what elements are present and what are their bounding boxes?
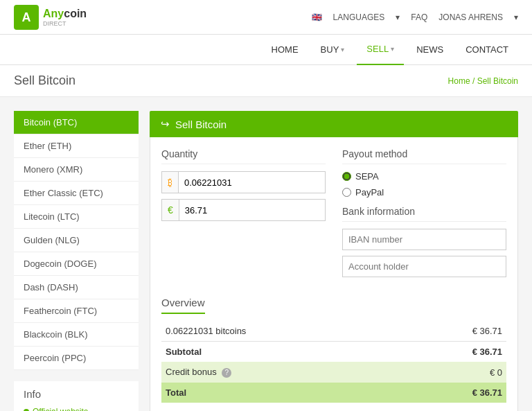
credit-info-icon[interactable]: ?: [222, 368, 231, 378]
sidebar-item-dash[interactable]: Dash (DASH): [14, 276, 139, 299]
logo: A Anycoin DIRECT: [14, 5, 87, 30]
sepa-radio-group: SEPA: [342, 171, 506, 182]
sidebar-item-gulden[interactable]: Gulden (NLG): [14, 229, 139, 252]
account-holder-input[interactable]: [342, 256, 506, 277]
bank-info-label: Bank information: [342, 206, 506, 222]
info-section: Info Official website Use an online wall…: [14, 381, 139, 411]
sell-icon: ↪: [161, 118, 170, 130]
main-panel: ↪ Sell Bitcoin Quantity ₿ €: [150, 111, 518, 411]
page-title: Sell Bitcoin: [14, 73, 76, 88]
main-nav: HOME BUY ▾ SELL ▾ NEWS CONTACT: [0, 35, 532, 65]
sepa-radio[interactable]: [342, 172, 351, 181]
breadcrumb-separator: /: [472, 76, 477, 86]
overview-val: € 36.71: [402, 321, 506, 342]
nav-buy[interactable]: BUY ▾: [311, 35, 355, 65]
btc-input-group: ₿: [161, 171, 326, 193]
credit-label: Credit bonus ?: [161, 362, 402, 383]
languages-link[interactable]: LANGUAGES: [333, 12, 385, 22]
overview-section: Overview 0.06221031 bitcoins € 36.71 Sub…: [161, 297, 506, 403]
buy-arrow: ▾: [341, 46, 344, 53]
form-row-top: Quantity ₿ € Payout method SEPA: [161, 148, 506, 283]
overview-qty: 0.06221031 bitcoins: [161, 321, 402, 342]
overview-table: 0.06221031 bitcoins € 36.71 Subtotal € 3…: [161, 321, 506, 403]
breadcrumb-bar: Sell Bitcoin Home / Sell Bitcoin: [0, 65, 532, 97]
sidebar-item-dogecoin[interactable]: Dogecoin (DOGE): [14, 252, 139, 276]
total-row: Total € 36.71: [161, 383, 506, 403]
nav-news[interactable]: NEWS: [407, 35, 453, 65]
payout-label: Payout method: [342, 148, 506, 164]
sell-arrow: ▾: [391, 45, 394, 53]
subtotal-val: € 36.71: [402, 342, 506, 362]
sidebar-item-monero[interactable]: Monero (XMR): [14, 158, 139, 182]
eur-input-group: €: [161, 199, 326, 221]
paypal-label[interactable]: PayPal: [355, 187, 384, 198]
panel-title: Sell Bitcoin: [175, 119, 227, 130]
nav-home[interactable]: HOME: [262, 35, 308, 65]
nav-contact[interactable]: CONTACT: [456, 35, 518, 65]
sidebar-item-litecoin[interactable]: Litecoin (LTC): [14, 205, 139, 229]
svg-text:A: A: [22, 10, 31, 24]
payout-col: Payout method SEPA PayPal Bank informati…: [342, 148, 506, 283]
eur-icon: €: [162, 200, 179, 220]
logo-text: Anycoin DIRECT: [43, 8, 87, 27]
content-area: Bitcoin (BTC) Ether (ETH) Monero (XMR) E…: [0, 97, 532, 411]
dropdown-arrow: ▾: [396, 12, 400, 22]
subtotal-row: Subtotal € 36.71: [161, 342, 506, 362]
faq-link[interactable]: FAQ: [411, 12, 427, 22]
user-arrow: ▾: [514, 12, 518, 22]
panel-header: ↪ Sell Bitcoin: [150, 111, 518, 137]
sidebar-item-bitcoin[interactable]: Bitcoin (BTC): [14, 111, 139, 134]
overview-label: Overview: [161, 297, 205, 314]
eur-input[interactable]: [179, 200, 325, 220]
bank-info-section: Bank information: [342, 206, 506, 277]
subtotal-label: Subtotal: [161, 342, 402, 362]
paypal-radio[interactable]: [342, 188, 351, 197]
sidebar: Bitcoin (BTC) Ether (ETH) Monero (XMR) E…: [14, 111, 139, 411]
info-official[interactable]: Official website: [24, 407, 129, 411]
overview-row1: 0.06221031 bitcoins € 36.71: [161, 321, 506, 342]
total-val: € 36.71: [402, 383, 506, 403]
sidebar-item-ether[interactable]: Ether (ETH): [14, 134, 139, 158]
credit-val: € 0: [402, 362, 506, 383]
quantity-label: Quantity: [161, 148, 326, 164]
btc-input[interactable]: [179, 173, 325, 193]
quantity-col: Quantity ₿ €: [161, 148, 326, 283]
flag-icon: 🇬🇧: [312, 12, 322, 22]
breadcrumb-home[interactable]: Home: [448, 76, 470, 86]
user-link[interactable]: JONAS AHRENS: [438, 12, 503, 22]
info-title: Info: [24, 388, 129, 400]
iban-input[interactable]: [342, 229, 506, 250]
credit-row: Credit bonus ? € 0: [161, 362, 506, 383]
sidebar-item-peercoin[interactable]: Peercoin (PPC): [14, 347, 139, 370]
paypal-radio-group: PayPal: [342, 187, 506, 198]
top-bar: A Anycoin DIRECT 🇬🇧 LANGUAGES ▾ FAQ JONA…: [0, 0, 532, 35]
nav-sell[interactable]: SELL ▾: [357, 35, 404, 65]
sepa-label[interactable]: SEPA: [355, 171, 379, 182]
panel-body: Quantity ₿ € Payout method SEPA: [150, 137, 518, 411]
total-label: Total: [161, 383, 402, 403]
sidebar-item-blackcoin[interactable]: Blackcoin (BLK): [14, 323, 139, 347]
breadcrumb: Home / Sell Bitcoin: [448, 76, 518, 86]
breadcrumb-current: Sell Bitcoin: [477, 76, 518, 86]
sidebar-item-ether-classic[interactable]: Ether Classic (ETC): [14, 182, 139, 205]
sidebar-item-feathercoin[interactable]: Feathercoin (FTC): [14, 299, 139, 323]
top-right-links: 🇬🇧 LANGUAGES ▾ FAQ JONAS AHRENS ▾: [312, 12, 518, 22]
logo-icon: A: [14, 5, 39, 30]
btc-icon: ₿: [162, 172, 179, 193]
